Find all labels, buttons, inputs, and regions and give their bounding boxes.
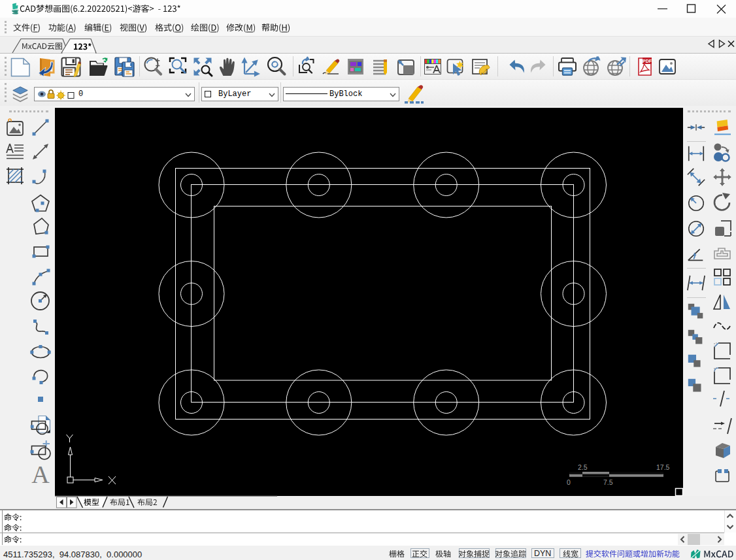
svg-text:PDF: PDF [643, 59, 652, 63]
svg-text:A: A [31, 464, 50, 485]
svg-text:0: 0 [567, 478, 571, 486]
svg-text:2.5: 2.5 [578, 463, 588, 471]
svg-text:7.5: 7.5 [603, 478, 613, 486]
svg-text:17.5: 17.5 [656, 463, 670, 471]
